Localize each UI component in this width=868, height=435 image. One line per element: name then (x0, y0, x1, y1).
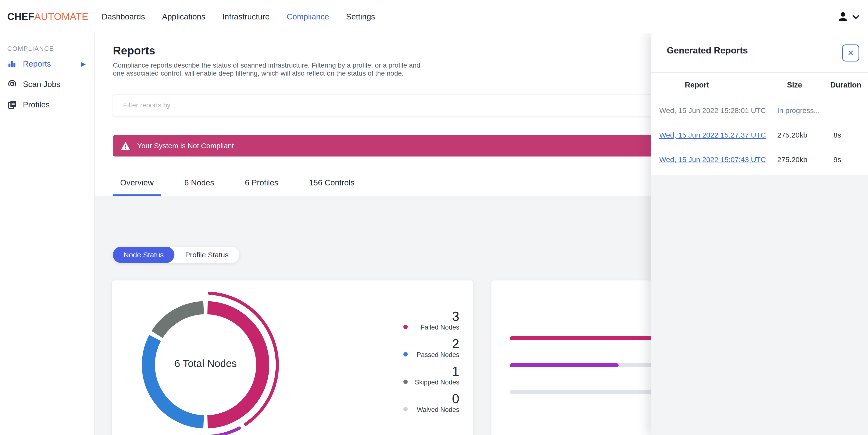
toggle-node-status[interactable]: Node Status (113, 247, 175, 263)
waived-dot-icon (403, 407, 408, 411)
description-line: Compliance reports describe the status o… (113, 61, 421, 69)
legend-label: Failed Nodes (421, 324, 459, 331)
failed-dot-icon (403, 325, 408, 329)
report-download-link[interactable]: Wed, 15 Jun 2022 15:07:43 UTC (659, 156, 766, 164)
sidebar-item-label: Profiles (23, 100, 50, 109)
column-duration: Duration (830, 81, 861, 90)
drawer-title: Generated Reports (667, 45, 748, 56)
table-row: Wed, 15 Jun 2022 15:27:37 UTC 275.20kb 8… (651, 123, 868, 148)
chef-automate-app: { "brand": { "chef": "CHEF", "automate":… (0, 0, 868, 435)
node-status-card: 6 Total Nodes 3 Failed Nodes 2 Passe (112, 280, 474, 435)
chef-automate-logo[interactable]: CHEFAUTOMATE (7, 0, 88, 33)
report-duration: 8s (833, 131, 841, 139)
sidebar-item-scan-jobs[interactable]: Scan Jobs (0, 75, 94, 93)
legend-item-waived: 0 Waived Nodes (403, 392, 459, 412)
main-nav: Dashboards Applications Infrastructure C… (102, 0, 375, 33)
skipped-count: 1 (403, 364, 459, 378)
nav-item-compliance[interactable]: Compliance (286, 12, 329, 22)
logo-chef: CHEF (7, 11, 34, 22)
sidebar-item-label: Reports (23, 59, 51, 69)
legend-item-failed: 3 Failed Nodes (403, 309, 459, 330)
generated-reports-table: Report Size Duration Wed, 15 Jun 2022 15… (651, 73, 868, 175)
column-report: Report (685, 81, 709, 90)
sidebar-item-profiles[interactable]: Profiles (0, 96, 94, 114)
description-line: one associated control, will enable deep… (113, 69, 421, 77)
legend-item-skipped: 1 Skipped Nodes (403, 364, 459, 385)
legend-label: Skipped Nodes (415, 379, 459, 386)
generated-reports-drawer: Generated Reports ✕ Report Size Duration… (651, 33, 868, 435)
tab-profiles[interactable]: 6 Profiles (238, 176, 286, 196)
sidebar-section-label: COMPLIANCE (7, 45, 94, 53)
user-menu[interactable] (837, 0, 858, 33)
drawer-header: Generated Reports ✕ (651, 33, 868, 73)
report-duration: 9s (833, 156, 841, 164)
failed-count: 3 (403, 309, 459, 323)
logo-automate: AUTOMATE (34, 11, 89, 22)
scan-target-icon (7, 79, 18, 89)
waived-count: 0 (403, 392, 459, 406)
warning-icon (121, 141, 130, 150)
status-toggle: Node Status Profile Status (113, 247, 239, 263)
report-tabs: Overview 6 Nodes 6 Profiles 156 Controls (113, 176, 362, 196)
column-size: Size (787, 81, 802, 90)
documents-icon (7, 100, 18, 110)
page-description: Compliance reports describe the status o… (113, 61, 421, 77)
tab-nodes[interactable]: 6 Nodes (177, 176, 222, 196)
nav-item-dashboards[interactable]: Dashboards (102, 12, 145, 22)
passed-count: 2 (403, 337, 459, 351)
sidebar-item-label: Scan Jobs (23, 80, 60, 89)
report-download-link[interactable]: Wed, 15 Jun 2022 15:27:37 UTC (659, 131, 766, 139)
legend-label: Waived Nodes (417, 406, 459, 413)
toggle-profile-status[interactable]: Profile Status (175, 247, 239, 263)
donut-legend: 3 Failed Nodes 2 Passed Nodes (403, 309, 459, 419)
sidebar-item-reports[interactable]: Reports ▶ (0, 55, 94, 73)
bar-chart-icon (7, 59, 18, 69)
donut-center-label: 6 Total Nodes (157, 358, 254, 369)
chevron-right-icon: ▶ (81, 60, 86, 68)
tab-controls[interactable]: 156 Controls (302, 176, 362, 196)
nav-item-settings[interactable]: Settings (346, 12, 375, 22)
compliance-sidebar: COMPLIANCE Reports ▶ Scan Jobs (0, 33, 95, 435)
nav-item-infrastructure[interactable]: Infrastructure (222, 12, 270, 22)
user-icon (837, 11, 849, 23)
report-size: In progress... (777, 106, 820, 115)
report-size: 275.20kb (777, 131, 807, 139)
nav-item-applications[interactable]: Applications (162, 12, 205, 22)
tab-overview[interactable]: Overview (113, 176, 161, 196)
table-row: Wed, 15 Jun 2022 15:28:01 UTC In progres… (651, 99, 868, 123)
skipped-dot-icon (403, 379, 408, 384)
legend-label: Passed Nodes (416, 351, 459, 359)
legend-item-passed: 2 Passed Nodes (403, 337, 459, 358)
table-row: Wed, 15 Jun 2022 15:07:43 UTC 275.20kb 9… (651, 148, 868, 172)
close-icon[interactable]: ✕ (842, 44, 859, 62)
chevron-down-icon (852, 12, 859, 19)
page-title: Reports (113, 44, 155, 57)
banner-text: Your System is Not Compliant (137, 142, 234, 150)
report-size: 275.20kb (777, 156, 807, 164)
report-timestamp: Wed, 15 Jun 2022 15:28:01 UTC (659, 106, 766, 115)
top-navigation: CHEFAUTOMATE Dashboards Applications Inf… (0, 0, 868, 33)
passed-dot-icon (403, 352, 408, 357)
